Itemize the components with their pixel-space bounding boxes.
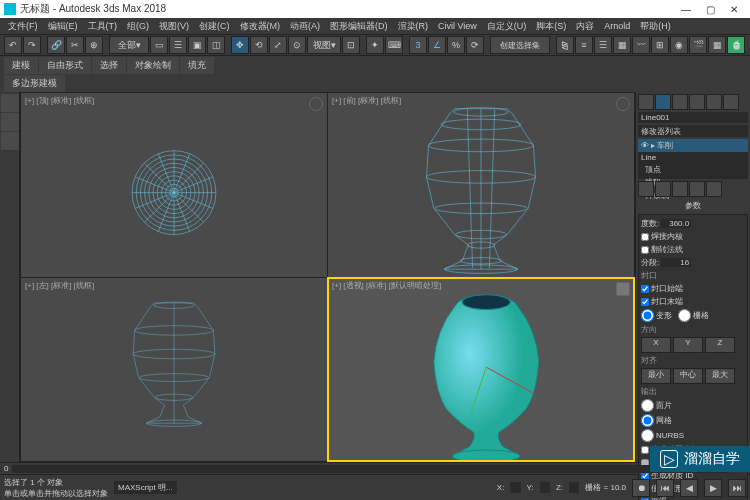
make-unique-button[interactable] [672,181,688,197]
menu-modifiers[interactable]: 修改器(M) [236,20,285,33]
manipulate-button[interactable]: ✦ [366,36,384,54]
close-button[interactable]: ✕ [722,4,746,15]
coord-z[interactable] [569,482,579,493]
percent-snap-button[interactable]: % [447,36,465,54]
stack-vertex[interactable]: 顶点 [638,163,748,176]
gen-mapping-checkbox[interactable] [641,446,649,454]
viewport-top[interactable]: [+] [顶] [标准] [线框] [21,93,327,277]
utilities-tab[interactable] [723,94,739,110]
morph-radio[interactable] [641,309,654,322]
maximize-button[interactable]: ▢ [698,4,722,15]
object-name-field[interactable]: Line001 [638,112,748,123]
layer-button[interactable]: ☰ [594,36,612,54]
ribbon-modeling[interactable]: 建模 [4,57,38,74]
menu-rendering[interactable]: 渲染(R) [394,20,433,33]
ribbon-obj-paint[interactable]: 对象绘制 [127,57,179,74]
align-min-button[interactable]: 最小 [641,368,671,384]
menu-file[interactable]: 文件(F) [4,20,42,33]
display-tab[interactable] [706,94,722,110]
play-prev-button[interactable]: ◀ [680,479,698,497]
maxscript-listener[interactable]: MAXScript 明... [114,481,177,494]
segments-input[interactable]: 16 [661,258,691,267]
bind-button[interactable]: ⊕ [85,36,103,54]
stack-line[interactable]: Line [638,152,748,163]
dir-y-button[interactable]: Y [673,337,703,353]
undo-button[interactable]: ↶ [4,36,22,54]
menu-civil-view[interactable]: Civil View [434,21,481,31]
ribbon-fill[interactable]: 填充 [180,57,214,74]
material-editor-button[interactable]: ◉ [670,36,688,54]
viewport-front[interactable]: [+] [前] [标准] [线框] [328,93,634,277]
menu-create[interactable]: 创建(C) [195,20,234,33]
keyboard-button[interactable]: ⌨ [385,36,403,54]
remove-modifier-button[interactable] [689,181,705,197]
align-max-button[interactable]: 最大 [705,368,735,384]
stack-lathe[interactable]: 👁 ▸ 车削 [638,139,748,152]
show-end-result-button[interactable] [655,181,671,197]
left-tool-3[interactable] [1,132,19,150]
curve-editor-button[interactable]: 〰 [632,36,650,54]
auto-key-button[interactable]: ⏺ [632,479,650,497]
play-start-button[interactable]: ⏮ [656,479,674,497]
create-tab[interactable] [638,94,654,110]
timeline[interactable]: 0 100 [0,462,750,474]
parameters-rollout[interactable]: 参数 [638,199,748,212]
redo-button[interactable]: ↷ [23,36,41,54]
menu-graph-editors[interactable]: 图形编辑器(D) [326,20,392,33]
ribbon-polymodel[interactable]: 多边形建模 [4,75,65,92]
select-region[interactable]: ▣ [188,36,206,54]
pivot-button[interactable]: ⊡ [342,36,360,54]
render-button[interactable]: 🍵 [727,36,745,54]
cap-start-checkbox[interactable] [641,285,649,293]
viewport-shade-icon[interactable] [616,97,630,111]
modifier-stack[interactable]: 👁 ▸ 车削 Line 顶点 线段 样条线 [638,139,748,179]
time-slider[interactable] [12,465,728,473]
menu-edit[interactable]: 编辑(E) [44,20,82,33]
ref-coord[interactable]: 视图▾ [307,36,341,54]
coord-y[interactable] [540,482,550,493]
output-patch-radio[interactable] [641,399,654,412]
menu-tools[interactable]: 工具(T) [84,20,122,33]
render-setup-button[interactable]: 🎬 [689,36,707,54]
spinner-snap-button[interactable]: ⟳ [466,36,484,54]
left-tool-2[interactable] [1,113,19,131]
select-button[interactable]: ▭ [150,36,168,54]
scale-button[interactable]: ⤢ [269,36,287,54]
viewcube-icon[interactable] [616,282,630,296]
select-filter[interactable]: 全部▾ [109,36,149,54]
unlink-button[interactable]: ✂ [66,36,84,54]
viewport-perspective[interactable]: [+] [透视] [标准] [默认明暗处理] [328,278,634,462]
menu-group[interactable]: 组(G) [123,20,153,33]
ribbon-freeform[interactable]: 自由形式 [39,57,91,74]
mirror-button[interactable]: ⧎ [556,36,574,54]
menu-customize[interactable]: 自定义(U) [483,20,531,33]
render-frame-button[interactable]: ▦ [708,36,726,54]
left-tool-1[interactable] [1,94,19,112]
weld-core-checkbox[interactable] [641,233,649,241]
angle-snap-button[interactable]: ∠ [428,36,446,54]
modifier-list-dropdown[interactable]: 修改器列表 [638,125,748,137]
link-button[interactable]: 🔗 [47,36,65,54]
configure-sets-button[interactable] [706,181,722,197]
menu-view[interactable]: 视图(V) [155,20,193,33]
ribbon-toggle[interactable]: ▦ [613,36,631,54]
viewport-persp-label[interactable]: [+] [透视] [标准] [默认明暗处理] [332,280,441,291]
ribbon-selection[interactable]: 选择 [92,57,126,74]
output-nurbs-radio[interactable] [641,429,654,442]
rotate-button[interactable]: ⟲ [250,36,268,54]
viewport-left[interactable]: [+] [左] [标准] [线框] [21,278,327,462]
menu-help[interactable]: 帮助(H) [636,20,675,33]
output-mesh-radio[interactable] [641,414,654,427]
menu-content[interactable]: 内容 [572,20,598,33]
cap-end-checkbox[interactable] [641,298,649,306]
schematic-button[interactable]: ⊞ [651,36,669,54]
motion-tab[interactable] [689,94,705,110]
dir-z-button[interactable]: Z [705,337,735,353]
degrees-input[interactable]: 360.0 [661,219,691,228]
viewport-shade-icon[interactable] [309,97,323,111]
menu-animation[interactable]: 动画(A) [286,20,324,33]
grid-radio[interactable] [678,309,691,322]
minimize-button[interactable]: — [674,4,698,15]
viewport-top-label[interactable]: [+] [顶] [标准] [线框] [25,95,94,106]
hierarchy-tab[interactable] [672,94,688,110]
